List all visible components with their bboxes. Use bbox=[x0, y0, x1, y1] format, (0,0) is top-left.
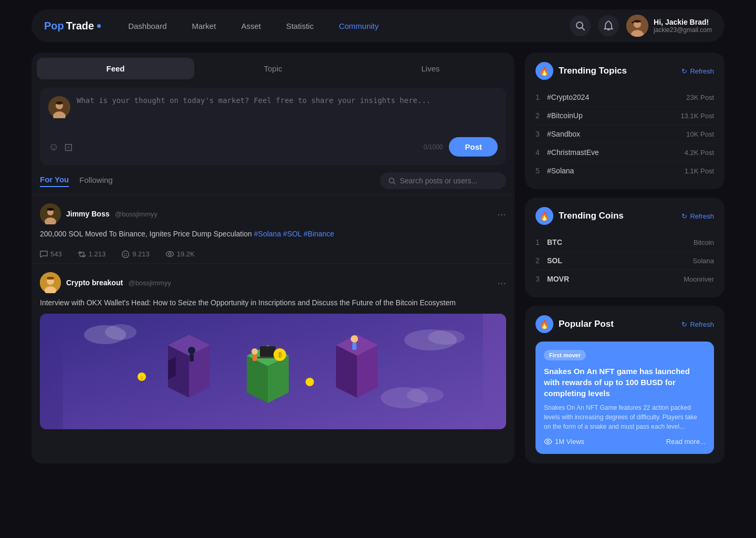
svg-point-50 bbox=[351, 335, 358, 343]
svg-rect-37 bbox=[190, 354, 194, 361]
svg-point-56 bbox=[407, 387, 444, 403]
search-input[interactable] bbox=[400, 177, 498, 185]
nav-link-market[interactable]: Market bbox=[182, 17, 227, 35]
topic-row-5[interactable]: 5 #Solana 1.1K Post bbox=[536, 162, 714, 180]
fire-icon-popular: 🔥 bbox=[536, 315, 553, 333]
coin-row-2[interactable]: 2 SOL Solana bbox=[536, 252, 714, 270]
post-handle-2: @bossjimmyy bbox=[129, 279, 171, 287]
nav-link-community[interactable]: Community bbox=[328, 17, 389, 35]
refresh-icon-coins: ↻ bbox=[681, 212, 687, 220]
filter-following[interactable]: Following bbox=[79, 175, 112, 187]
feed-tabs: Feed Topic Lives bbox=[32, 53, 514, 79]
svg-rect-6 bbox=[632, 22, 634, 23]
logo[interactable]: PopTrade bbox=[44, 20, 101, 32]
topic-row-3[interactable]: 3 #Sandbox 10K Post bbox=[536, 125, 714, 143]
search-button[interactable] bbox=[570, 15, 591, 36]
views-count: 1M Views bbox=[544, 438, 584, 446]
post-more-2[interactable]: ··· bbox=[497, 277, 506, 289]
svg-rect-16 bbox=[47, 208, 54, 211]
svg-point-0 bbox=[576, 22, 583, 28]
tab-feed[interactable]: Feed bbox=[37, 58, 194, 79]
popular-post-refresh[interactable]: ↻ Refresh bbox=[681, 320, 714, 328]
svg-point-19 bbox=[126, 253, 127, 254]
filter-for-you[interactable]: For You bbox=[40, 175, 69, 187]
popular-post-headline: Snakes On An NFT game has launched with … bbox=[544, 366, 706, 399]
trending-coins-list: 1 BTC Bitcoin 2 SOL Solana 3 MOVR Moonri… bbox=[536, 233, 714, 288]
bell-icon bbox=[604, 20, 613, 31]
trending-coins-card: 🔥 Trending Coins ↻ Refresh 1 BTC Bitcoin… bbox=[525, 198, 724, 297]
coin-row-3[interactable]: 3 MOVR Moonriver bbox=[536, 270, 714, 288]
svg-rect-41 bbox=[260, 346, 276, 357]
image-icon[interactable]: ⊡ bbox=[64, 141, 73, 153]
fire-icon-coins: 🔥 bbox=[536, 207, 553, 225]
stat-reposts-1[interactable]: 1.213 bbox=[78, 250, 106, 258]
svg-line-1 bbox=[582, 28, 584, 30]
main-layout: Feed Topic Lives ☺ ⊡ bbox=[32, 53, 724, 479]
coin-row-1[interactable]: 1 BTC Bitcoin bbox=[536, 233, 714, 252]
search-posts[interactable] bbox=[380, 172, 506, 189]
trending-coins-refresh[interactable]: ↻ Refresh bbox=[681, 212, 714, 220]
stat-replies-1[interactable]: 543 bbox=[40, 250, 62, 258]
feed-section: Feed Topic Lives ☺ ⊡ bbox=[32, 53, 514, 463]
svg-line-12 bbox=[393, 182, 395, 184]
popular-post-header: 🔥 Popular Post ↻ Refresh bbox=[536, 315, 714, 333]
eye-icon bbox=[544, 438, 552, 445]
nav-link-dashboard[interactable]: Dashboard bbox=[118, 17, 177, 35]
topic-row-2[interactable]: 2 #BitcoinUp 13.1K Post bbox=[536, 107, 714, 125]
tag-binance[interactable]: #Binance bbox=[303, 230, 334, 238]
topic-row-1[interactable]: 1 #Crypto2024 23K Post bbox=[536, 88, 714, 107]
search-icon bbox=[575, 21, 585, 30]
svg-point-17 bbox=[122, 251, 129, 258]
topic-row-4[interactable]: 4 #ChristmastEve 4.2K Post bbox=[536, 143, 714, 162]
trending-coins-header: 🔥 Trending Coins ↻ Refresh bbox=[536, 207, 714, 225]
fire-icon-topics: 🔥 bbox=[536, 62, 553, 80]
popular-post-content: First mover Snakes On An NFT game has la… bbox=[536, 342, 714, 454]
nav-link-statistic[interactable]: Statistic bbox=[276, 17, 324, 35]
post-content-1: 200,000 SOL Moved To Binance, Ignites Pr… bbox=[40, 229, 506, 240]
post-item-1: Jimmy Boss @bossjimmyy ··· 200,000 SOL M… bbox=[32, 194, 514, 263]
stat-likes-1[interactable]: 9.213 bbox=[121, 250, 150, 258]
user-info[interactable]: Hi, Jackie Brad! jackie23@gmail.com bbox=[626, 15, 712, 37]
composer-input[interactable] bbox=[77, 96, 498, 133]
post-button[interactable]: Post bbox=[449, 137, 498, 157]
post-handle-1: @bossjimmyy bbox=[115, 210, 158, 218]
emoji-icon[interactable]: ☺ bbox=[48, 141, 59, 153]
post-image-2: ₿ ₿ bbox=[40, 314, 506, 429]
svg-point-57 bbox=[545, 439, 552, 444]
nav-link-asset[interactable]: Asset bbox=[230, 17, 271, 35]
stat-views-1[interactable]: 19.2K bbox=[165, 250, 195, 258]
popular-post-footer: 1M Views Read more... bbox=[544, 438, 706, 446]
svg-point-30 bbox=[428, 330, 465, 345]
popular-post-title: Popular Post bbox=[559, 319, 676, 329]
user-name: Hi, Jackie Brad! bbox=[654, 18, 712, 26]
composer-avatar bbox=[48, 96, 70, 118]
tag-solana[interactable]: #Solana bbox=[254, 230, 281, 238]
user-email: jackie23@gmail.com bbox=[654, 26, 712, 34]
bell-button[interactable] bbox=[598, 15, 619, 36]
svg-rect-10 bbox=[56, 101, 63, 105]
tab-topic[interactable]: Topic bbox=[194, 58, 352, 79]
svg-rect-5 bbox=[634, 20, 641, 23]
trending-topics-refresh[interactable]: ↻ Refresh bbox=[681, 67, 714, 75]
composer-top bbox=[48, 96, 498, 133]
logo-pop: Pop bbox=[44, 20, 64, 32]
read-more-link[interactable]: Read more... bbox=[666, 438, 706, 446]
svg-point-20 bbox=[166, 252, 173, 257]
right-sidebar: 🔥 Trending Topics ↻ Refresh 1 #Crypto202… bbox=[525, 53, 724, 463]
svg-rect-25 bbox=[47, 277, 54, 280]
post-composer: ☺ ⊡ 0/1000 Post bbox=[40, 88, 506, 165]
post-user-info-2: Crypto breakout @bossjimmyy bbox=[66, 278, 492, 287]
logo-trade: Trade bbox=[66, 20, 94, 32]
tag-sol[interactable]: #SOL bbox=[283, 230, 301, 238]
composer-bottom: ☺ ⊡ 0/1000 Post bbox=[48, 137, 498, 157]
tab-lives[interactable]: Lives bbox=[352, 58, 509, 79]
refresh-icon-popular: ↻ bbox=[681, 320, 687, 328]
post-more-1[interactable]: ··· bbox=[497, 208, 506, 220]
post-content-2: Interview with OKX Wallet's Head: How to… bbox=[40, 297, 506, 308]
svg-point-18 bbox=[124, 253, 125, 254]
post-user-info-1: Jimmy Boss @bossjimmyy bbox=[66, 209, 492, 219]
user-avatar bbox=[626, 15, 648, 37]
nav-links: Dashboard Market Asset Statistic Communi… bbox=[118, 17, 570, 35]
nav-actions: Hi, Jackie Brad! jackie23@gmail.com bbox=[570, 15, 712, 37]
refresh-icon-topics: ↻ bbox=[681, 67, 687, 75]
